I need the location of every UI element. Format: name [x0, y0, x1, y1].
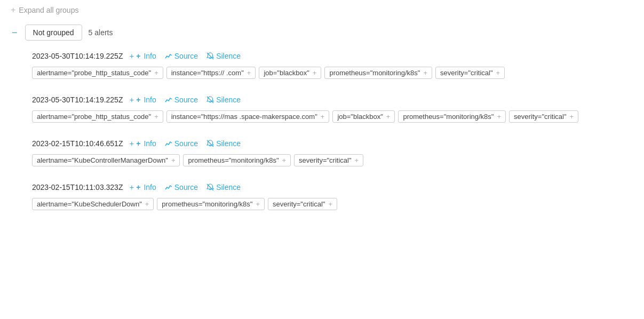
expand-all-row: + Expand all groups: [11, 5, 633, 15]
info-button[interactable]: +Info: [127, 94, 158, 105]
label-tag: alertname="KubeSchedulerDown"+: [32, 198, 154, 210]
label-tag: alertname="probe_http_status_code"+: [32, 67, 163, 79]
label-tag: instance="https:// .com"+: [166, 67, 256, 79]
label-tag: alertname="probe_http_status_code"+: [32, 110, 163, 123]
graph-icon: [165, 52, 172, 60]
info-button[interactable]: +Info: [127, 181, 158, 193]
alert-item: 2023-05-30T10:14:19.225Z+Info Source Sil…: [32, 94, 633, 123]
alerts-count: 5 alerts: [89, 28, 113, 37]
source-button[interactable]: Source: [163, 94, 200, 105]
label-tag-plus-button[interactable]: +: [313, 69, 317, 76]
label-text: severity="critical": [273, 200, 325, 208]
label-tag-plus-button[interactable]: +: [328, 201, 332, 208]
expand-all-icon: +: [11, 5, 15, 15]
label-tag-plus-button[interactable]: +: [282, 157, 287, 164]
label-tag: severity="critical"+: [268, 198, 337, 210]
label-tag: job="blackbox"+: [332, 110, 395, 123]
label-tag: alertname="KubeControllerManagerDown"+: [32, 154, 180, 166]
label-tag-plus-button[interactable]: +: [154, 69, 158, 76]
label-tag-plus-button[interactable]: +: [321, 113, 325, 120]
labels-row: alertname="probe_http_status_code"+insta…: [32, 110, 633, 123]
silence-button[interactable]: Silence: [204, 138, 243, 149]
label-tag: instance="https://mas .space-makerspace.…: [166, 110, 330, 123]
label-tag-plus-button[interactable]: +: [570, 113, 574, 120]
graph-icon: [165, 184, 172, 191]
source-button[interactable]: Source: [163, 138, 200, 149]
label-tag: severity="critical"+: [294, 154, 363, 166]
silence-button[interactable]: Silence: [204, 94, 243, 105]
silence-icon: [206, 96, 214, 103]
alert-header: 2023-05-30T10:14:19.225Z+Info Source Sil…: [32, 94, 633, 105]
group-header: − Not grouped 5 alerts: [11, 25, 633, 41]
alert-item: 2023-02-15T10:11:03.323Z+Info Source Sil…: [32, 181, 633, 210]
alert-timestamp: 2023-02-15T10:10:46.651Z: [32, 139, 123, 148]
label-text: instance="https://mas .space-makerspace.…: [171, 113, 317, 121]
label-tag-plus-button[interactable]: +: [145, 201, 149, 208]
label-text: alertname="KubeSchedulerDown": [37, 200, 142, 208]
label-text: prometheus="monitoring/k8s": [403, 113, 494, 121]
label-tag: prometheus="monitoring/k8s"+: [183, 154, 291, 166]
info-button[interactable]: +Info: [127, 50, 158, 61]
label-tag-plus-button[interactable]: +: [171, 157, 176, 164]
silence-icon: [206, 184, 214, 191]
graph-icon: [165, 96, 172, 103]
label-tag-plus-button[interactable]: +: [355, 157, 359, 164]
alert-item: 2023-02-15T10:10:46.651Z+Info Source Sil…: [32, 138, 633, 166]
expand-all-label[interactable]: Expand all groups: [19, 6, 78, 14]
alert-header: 2023-02-15T10:11:03.323Z+Info Source Sil…: [32, 181, 633, 193]
label-tag: severity="critical"+: [435, 67, 505, 79]
alert-timestamp: 2023-02-15T10:11:03.323Z: [32, 183, 123, 192]
label-tag: prometheus="monitoring/k8s"+: [324, 67, 432, 79]
label-text: prometheus="monitoring/k8s": [329, 69, 420, 77]
info-button[interactable]: +Info: [127, 138, 158, 149]
label-text: prometheus="monitoring/k8s": [188, 156, 279, 164]
graph-icon: [165, 140, 172, 147]
label-tag: prometheus="monitoring/k8s"+: [398, 110, 506, 123]
alert-header: 2023-02-15T10:10:46.651Z+Info Source Sil…: [32, 138, 633, 149]
labels-row: alertname="KubeSchedulerDown"+prometheus…: [32, 198, 633, 210]
group-name-button[interactable]: Not grouped: [25, 25, 82, 41]
label-text: severity="critical": [299, 156, 351, 164]
alert-header: 2023-05-30T10:14:19.225Z+Info Source Sil…: [32, 50, 633, 61]
label-text: prometheus="monitoring/k8s": [162, 200, 252, 208]
label-tag-plus-button[interactable]: +: [256, 201, 260, 208]
source-button[interactable]: Source: [163, 51, 200, 61]
label-text: alertname="probe_http_status_code": [37, 113, 151, 121]
silence-icon: [206, 140, 214, 147]
label-tag-plus-button[interactable]: +: [154, 113, 158, 120]
labels-row: alertname="probe_http_status_code"+insta…: [32, 67, 633, 79]
label-tag: job="blackbox"+: [259, 67, 321, 79]
alert-item: 2023-05-30T10:14:19.225Z+Info Source Sil…: [32, 50, 633, 79]
label-tag: severity="critical"+: [509, 110, 578, 123]
label-text: job="blackbox": [337, 113, 383, 121]
label-text: severity="critical": [514, 113, 566, 121]
label-tag-plus-button[interactable]: +: [497, 113, 501, 120]
label-text: alertname="KubeControllerManagerDown": [37, 156, 168, 164]
alert-timestamp: 2023-05-30T10:14:19.225Z: [32, 95, 123, 104]
label-text: alertname="probe_http_status_code": [37, 69, 151, 77]
label-text: severity="critical": [440, 69, 492, 77]
alert-timestamp: 2023-05-30T10:14:19.225Z: [32, 52, 123, 60]
label-tag-plus-button[interactable]: +: [423, 69, 427, 76]
label-tag-plus-button[interactable]: +: [247, 69, 251, 76]
collapse-group-button[interactable]: −: [11, 28, 19, 37]
label-tag-plus-button[interactable]: +: [386, 113, 391, 120]
silence-button[interactable]: Silence: [204, 51, 243, 61]
source-button[interactable]: Source: [163, 182, 200, 193]
label-tag: prometheus="monitoring/k8s"+: [157, 198, 265, 210]
alerts-list: 2023-05-30T10:14:19.225Z+Info Source Sil…: [32, 50, 633, 210]
silence-button[interactable]: Silence: [204, 182, 243, 193]
label-tag-plus-button[interactable]: +: [496, 69, 500, 76]
labels-row: alertname="KubeControllerManagerDown"+pr…: [32, 154, 633, 166]
label-text: instance="https:// .com": [171, 69, 244, 77]
silence-icon: [206, 52, 214, 60]
label-text: job="blackbox": [264, 69, 309, 77]
page-container: + Expand all groups − Not grouped 5 aler…: [0, 0, 644, 230]
